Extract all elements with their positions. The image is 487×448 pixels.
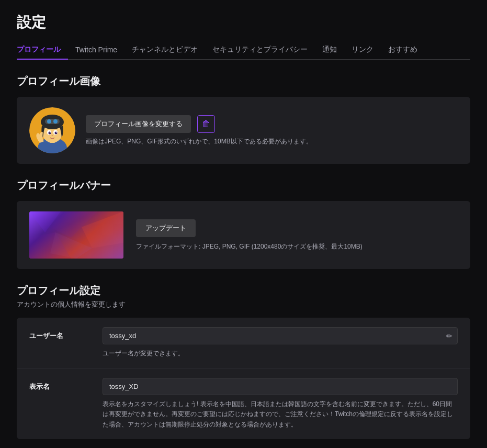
settings-row-username: ユーザー名 ✏ ユーザー名が変更できます。 [17, 318, 470, 368]
svg-marker-19 [29, 232, 71, 259]
svg-point-6 [47, 119, 51, 124]
tab-notifications[interactable]: 通知 [315, 41, 344, 60]
svg-point-13 [56, 132, 57, 133]
tab-recommendations[interactable]: おすすめ [381, 41, 425, 60]
display-name-hint: 表示名をカスタマイズしましょう! 表示名を中国語、日本語または韓国語の文字を含む… [103, 399, 458, 430]
username-input[interactable] [103, 327, 458, 344]
avatar [29, 107, 75, 153]
tab-twitch-prime[interactable]: Twitch Prime [68, 41, 124, 59]
svg-point-10 [49, 132, 51, 135]
delete-profile-image-button[interactable]: 🗑 [197, 115, 215, 133]
svg-point-11 [55, 132, 58, 135]
svg-marker-20 [50, 232, 92, 259]
profile-image-card: プロフィール画像を変更する 🗑 画像はJPEG、PNG、GIF形式のいずれかで、… [17, 97, 470, 164]
display-name-content: 表示名をカスタマイズしましょう! 表示名を中国語、日本語または韓国語の文字を含む… [103, 378, 458, 430]
display-name-input-wrapper [103, 378, 458, 395]
svg-marker-16 [29, 211, 61, 232]
profile-settings-title: プロフィール設定 [17, 284, 470, 298]
display-name-label: 表示名 [29, 378, 103, 391]
settings-row-display-name: 表示名 表示名をカスタマイズしましょう! 表示名を中国語、日本語または韓国語の文… [17, 368, 470, 439]
banner-info: アップデート ファイルフォーマット: JPEG, PNG, GIF (1200x… [136, 219, 363, 251]
banner-preview [29, 211, 123, 259]
svg-point-14 [52, 135, 53, 136]
nav-tabs: プロフィール Twitch Prime チャンネルとビデオ セキュリティとプライ… [17, 41, 470, 60]
tab-security-privacy[interactable]: セキュリティとプライバシー [205, 41, 315, 60]
username-hint: ユーザー名が変更できます。 [103, 349, 458, 359]
banner-hint: ファイルフォーマット: JPEG, PNG, GIF (1200x480のサイズ… [136, 242, 363, 251]
display-name-input[interactable] [103, 378, 458, 395]
page-title: 設定 [17, 13, 470, 32]
profile-banner-title: プロフィールバナー [17, 178, 470, 193]
profile-banner-card: アップデート ファイルフォーマット: JPEG, PNG, GIF (1200x… [17, 201, 470, 269]
username-content: ✏ ユーザー名が変更できます。 [103, 327, 458, 359]
profile-image-buttons: プロフィール画像を変更する 🗑 [86, 115, 312, 133]
svg-marker-17 [50, 211, 97, 238]
svg-point-12 [50, 132, 51, 133]
tab-profile[interactable]: プロフィール [17, 41, 68, 60]
profile-image-title: プロフィール画像 [17, 74, 470, 88]
update-banner-button[interactable]: アップデート [136, 219, 196, 237]
tab-channel-video[interactable]: チャンネルとビデオ [124, 41, 205, 60]
profile-image-hint: 画像はJPEG、PNG、GIF形式のいずれかで、10MB以下である必要があります… [86, 137, 312, 146]
tab-links[interactable]: リンク [344, 41, 381, 60]
svg-point-7 [53, 119, 58, 124]
svg-marker-21 [76, 243, 123, 259]
profile-image-row: プロフィール画像を変更する 🗑 画像はJPEG、PNG、GIF形式のいずれかで、… [29, 107, 458, 153]
username-input-wrapper: ✏ [103, 327, 458, 344]
profile-settings-subtitle: アカウントの個人情報を変更します [17, 300, 470, 309]
svg-rect-15 [29, 211, 123, 259]
change-profile-image-button[interactable]: プロフィール画像を変更する [86, 115, 191, 133]
username-label: ユーザー名 [29, 327, 103, 341]
svg-marker-18 [82, 211, 123, 248]
banner-row: アップデート ファイルフォーマット: JPEG, PNG, GIF (1200x… [29, 211, 458, 259]
profile-settings-card: ユーザー名 ✏ ユーザー名が変更できます。 表示名 表示名をカスタマイズしましょ… [17, 318, 470, 439]
delete-icon: 🗑 [202, 119, 210, 129]
profile-image-actions: プロフィール画像を変更する 🗑 画像はJPEG、PNG、GIF形式のいずれかで、… [86, 115, 312, 146]
username-edit-icon[interactable]: ✏ [446, 332, 452, 340]
